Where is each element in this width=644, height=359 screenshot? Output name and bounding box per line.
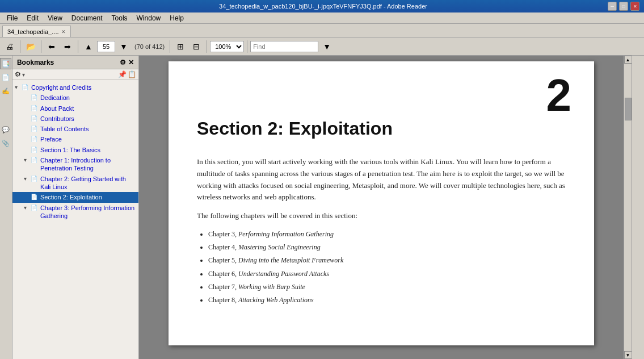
scroll-up-button[interactable]: ▲: [624, 56, 632, 64]
toolbar-separator-6: [247, 40, 247, 53]
scroll-down-button[interactable]: ▼: [624, 351, 632, 359]
maximize-button[interactable]: □: [619, 2, 628, 11]
toolbar-separator-4: [170, 40, 170, 53]
bookmark-item-contributors[interactable]: 📄Contributors: [12, 114, 138, 124]
menu-edit[interactable]: Edit: [22, 13, 43, 23]
expander-icon: ▾: [15, 84, 22, 91]
chapter-list-item: Chapter 5, Diving into the Metasploit Fr…: [208, 255, 566, 266]
tab-label: 34_techopedia_....: [7, 28, 59, 35]
bookmark-item-toc[interactable]: 📄Table of Contents: [12, 124, 138, 134]
doc-icon: 📄: [31, 156, 39, 164]
bookmark-item-chapter2[interactable]: ▾📄Chapter 2: Getting Started with Kali L…: [12, 174, 138, 193]
sidebar-icon-pages[interactable]: 📄: [0, 72, 11, 83]
bookmark-label-text: About Packt: [40, 105, 136, 112]
bookmark-item-copyright[interactable]: ▾📄Copyright and Credits: [12, 82, 138, 93]
bookmark-item-preface[interactable]: 📄Preface: [12, 134, 138, 144]
find-dropdown-button[interactable]: ▼: [319, 39, 334, 54]
left-panel: 📑 📄 ✍ 💬 📎 Bookmarks ⚙ ✕ ⚙ ▾: [0, 56, 139, 359]
sidebar-icon-attachments[interactable]: 📎: [0, 137, 11, 149]
sidebar-icon-bookmarks[interactable]: 📑: [0, 58, 11, 69]
bookmark-label-text: Preface: [40, 135, 136, 143]
bookmark-label-text: Section 1: The Basics: [40, 146, 136, 154]
chapter-list-item: Chapter 7, Working with Burp Suite: [208, 282, 566, 293]
menu-file[interactable]: File: [2, 13, 22, 23]
bookmark-label-text: Chapter 2: Getting Started with Kali Lin…: [40, 175, 136, 191]
toolbar-separator: [20, 40, 20, 53]
panel-settings-icon[interactable]: ⚙: [120, 59, 126, 66]
doc-icon: 📄: [31, 115, 39, 122]
scroll-thumb[interactable]: [625, 98, 632, 120]
chapter-list-item: Chapter 8, Attacking Web Applications: [208, 295, 566, 306]
titlebar: 34_techopedia_w_pacb120_bjBU-_i-jpqxTeVF…: [0, 0, 644, 12]
menubar: File Edit View Document Tools Window Hel…: [0, 12, 644, 24]
next-page-button[interactable]: ▼: [116, 39, 131, 54]
menu-window[interactable]: Window: [132, 13, 166, 23]
tab-close-button[interactable]: ✕: [61, 29, 66, 35]
bookmark-item-section2[interactable]: 📄Section 2: Exploitation: [12, 192, 138, 202]
doc-icon: 📄: [31, 94, 39, 101]
chapter-list-item: Chapter 3, Performing Information Gather…: [208, 229, 566, 240]
prev-view-button[interactable]: ⬅: [44, 39, 59, 54]
pdf-paragraph-2: The following chapters will be covered i…: [197, 210, 566, 222]
page-number-display: 2: [546, 73, 572, 118]
menu-view[interactable]: View: [43, 13, 67, 23]
bookmark-tree: ▾📄Copyright and Credits 📄Dedication 📄Abo…: [12, 80, 138, 359]
expander-icon: ▾: [24, 204, 31, 211]
bookmark-label: ▾: [22, 72, 117, 78]
bookmark-label-text: Chapter 3: Performing Information Gather…: [40, 204, 136, 220]
bookmark-settings-icon[interactable]: ⚙: [15, 70, 21, 78]
sidebar-icon-comments[interactable]: 💬: [0, 124, 11, 135]
toolbar-separator-2: [41, 40, 41, 53]
bookmark-item-section1[interactable]: 📄Section 1: The Basics: [12, 145, 138, 155]
next-view-button[interactable]: ➡: [60, 39, 75, 54]
pdf-page: 2 Section 2: Exploitation In this sectio…: [169, 61, 594, 345]
pdf-area: 2 Section 2: Exploitation In this sectio…: [139, 56, 624, 359]
close-button[interactable]: ✕: [630, 2, 639, 11]
bookmark-toolbar: ⚙ ▾ 📌 📋: [12, 69, 138, 80]
page-number-input[interactable]: [97, 41, 115, 52]
doc-icon: 📄: [31, 193, 39, 201]
bookmark-item-chapter3[interactable]: ▾📄Chapter 3: Performing Information Gath…: [12, 203, 138, 222]
menu-help[interactable]: Help: [165, 13, 188, 23]
bookmark-label-text: Section 2: Exploitation: [40, 193, 136, 201]
panel-icons: ⚙ ✕: [120, 59, 134, 66]
menu-document[interactable]: Document: [67, 13, 107, 23]
bookmark-label-text: Chapter 1: Introduction to Penetration T…: [40, 156, 136, 173]
minimize-button[interactable]: ─: [608, 2, 617, 11]
tabbar: 34_techopedia_.... ✕: [0, 24, 644, 37]
toolbar-separator-5: [207, 40, 207, 53]
bookmark-label-text: Table of Contents: [40, 125, 136, 133]
bookmark-item-about[interactable]: 📄About Packt: [12, 103, 138, 114]
bookmark-item-chapter1[interactable]: ▾📄Chapter 1: Introduction to Penetration…: [12, 155, 138, 174]
sidebar-icon-signatures[interactable]: ✍: [0, 85, 11, 97]
doc-icon: 📄: [31, 204, 39, 211]
open-button[interactable]: 📂: [23, 39, 38, 54]
doc-icon: 📄: [22, 84, 30, 91]
chapter-list-item: Chapter 4, Mastering Social Engineering: [208, 242, 566, 253]
chapter-list-item: Chapter 6, Understanding Password Attack…: [208, 269, 566, 279]
prev-page-button[interactable]: ▲: [81, 39, 96, 54]
pdf-scrollbar: ▲ ▼: [624, 56, 632, 359]
pdf-body: In this section, you will start actively…: [197, 156, 566, 306]
doc-icon: 📄: [31, 175, 39, 182]
print-button[interactable]: 🖨: [2, 39, 17, 54]
expander-icon: ▾: [24, 175, 31, 182]
zoom-select[interactable]: 100% 75% 125% 150%: [210, 41, 244, 52]
main-area: 📑 📄 ✍ 💬 📎 Bookmarks ⚙ ✕ ⚙ ▾: [0, 56, 644, 359]
bookmark-collapse-icon[interactable]: 📋: [128, 70, 136, 78]
find-input[interactable]: [250, 41, 318, 52]
section-title: Section 2: Exploitation: [197, 118, 566, 139]
doc-icon: 📄: [31, 125, 39, 132]
menu-tools[interactable]: Tools: [107, 13, 132, 23]
fit-page-button[interactable]: ⊞: [173, 39, 188, 54]
doc-icon: 📄: [31, 105, 39, 112]
right-panel: [632, 56, 644, 359]
bookmark-label-text: Copyright and Credits: [31, 84, 136, 91]
titlebar-controls: ─ □ ✕: [608, 2, 639, 11]
fit-width-button[interactable]: ⊟: [189, 39, 204, 54]
pdf-tab[interactable]: 34_techopedia_.... ✕: [2, 26, 71, 37]
doc-icon: 📄: [31, 146, 39, 153]
bookmark-item-dedication[interactable]: 📄Dedication: [12, 93, 138, 103]
bookmark-new-icon[interactable]: 📌: [118, 70, 127, 78]
panel-close-icon[interactable]: ✕: [128, 59, 134, 66]
